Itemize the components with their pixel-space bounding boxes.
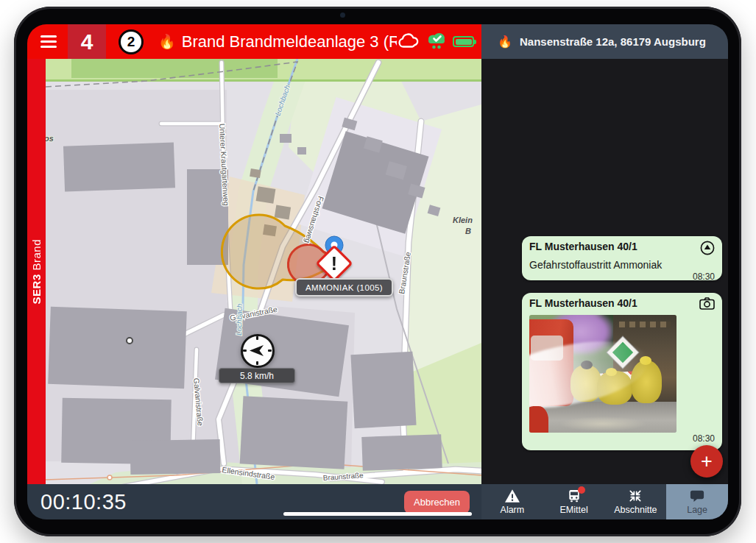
fire-icon: 🔥 (158, 33, 176, 50)
tab-label: Alarm (501, 505, 525, 515)
message-time: 08:30 (529, 434, 715, 444)
wind-compass[interactable] (241, 334, 275, 368)
unit-label: SER3 Brand (30, 239, 43, 304)
tab-label: EMittel (560, 505, 588, 515)
message-sender: FL Musterhausen 40/1 (529, 297, 637, 310)
tab-lage[interactable]: Lage (666, 484, 728, 519)
incident-photo[interactable] (529, 315, 676, 433)
tab-emittel[interactable]: EMittel (543, 484, 605, 519)
message-card[interactable]: FL Musterhausen 40/1 (522, 293, 722, 450)
area-label: B (465, 227, 471, 235)
warning-triangle-icon (504, 489, 520, 503)
hazard-tooltip: AMMONIAK (1005) (295, 278, 393, 297)
wind-speed-tooltip: 5.8 km/h (219, 368, 295, 383)
tab-alarm[interactable]: Alarm (481, 484, 543, 519)
arrow-up-circle-icon (700, 241, 715, 258)
alarm-header: 4 2 🔥 Brand Brandmeldeanlage 3 (R (27, 24, 481, 59)
area-label: os (46, 134, 54, 143)
chat-bubble-icon (690, 489, 704, 503)
tab-label: Abschnitte (614, 505, 657, 515)
tab-abschnitte[interactable]: Abschnitte (605, 484, 667, 519)
unit-side-strip[interactable]: SER3 Brand (27, 59, 46, 484)
add-entry-fab[interactable]: + (690, 445, 723, 478)
collapse-arrows-icon (628, 489, 643, 503)
map-view[interactable]: Unterer Krautgartenweg Forsthausweg Brau… (46, 59, 481, 484)
svg-text:!: ! (331, 253, 337, 274)
sync-ok-icon (427, 31, 446, 52)
cancel-button[interactable]: Abbrechen (404, 491, 470, 514)
cloud-icon (397, 32, 420, 52)
battery-icon (453, 36, 474, 47)
message-count-badge[interactable]: 2 (119, 29, 144, 54)
home-indicator[interactable] (283, 512, 472, 516)
area-label: Klein (453, 216, 473, 224)
message-card[interactable]: FL Musterhausen 40/1 Gefahrstoffaustritt… (522, 236, 722, 280)
map-canvas: Unterer Krautgartenweg Forsthausweg Brau… (46, 59, 481, 484)
camera-icon (699, 297, 715, 313)
alarm-title: Brand Brandmeldeanlage 3 (R (182, 32, 397, 52)
notification-badge (578, 486, 585, 494)
front-camera (340, 13, 345, 18)
menu-icon[interactable] (40, 35, 57, 48)
stream-label: Lochbach (235, 303, 244, 336)
vehicle-icon (567, 489, 582, 503)
incident-address-bar: 🔥 Nansenstraße 12a, 86179 Augsburg (481, 24, 728, 59)
lage-feed-panel: FL Musterhausen 40/1 Gefahrstoffaustritt… (481, 59, 728, 484)
alarm-count-badge[interactable]: 4 (68, 24, 106, 59)
elapsed-timer: 00:10:35 (40, 490, 127, 514)
fire-icon: 🔥 (498, 35, 512, 49)
tablet-frame: 4 2 🔥 Brand Brandmeldeanlage 3 (R (14, 7, 741, 536)
tab-bar: Alarm EMittel (481, 484, 728, 519)
incident-address: Nansenstraße 12a, 86179 Augsburg (520, 35, 706, 48)
message-time: 08:30 (529, 272, 715, 282)
tab-label: Lage (687, 505, 707, 515)
app-screen: 4 2 🔥 Brand Brandmeldeanlage 3 (R (27, 24, 728, 519)
message-sender: FL Musterhausen 40/1 (529, 241, 637, 253)
message-text: Gefahrstoffaustritt Ammoniak (529, 259, 715, 271)
